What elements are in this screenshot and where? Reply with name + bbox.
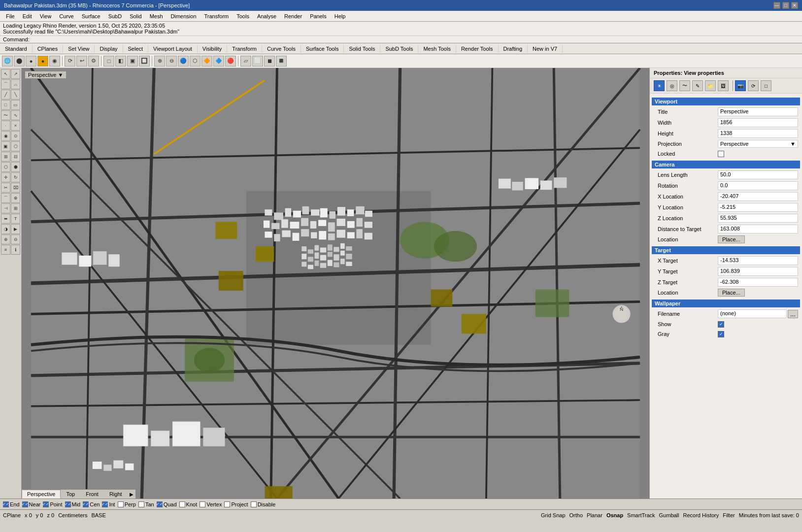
menu-render[interactable]: Render bbox=[280, 12, 306, 20]
status-gumball[interactable]: Gumball bbox=[659, 512, 679, 518]
tool-rect[interactable]: □ bbox=[1, 100, 10, 110]
tool-mesh-sub[interactable]: ⊟ bbox=[11, 152, 20, 162]
prop-icon-image[interactable]: 🖼 bbox=[718, 80, 729, 91]
status-grid-snap[interactable]: Grid Snap bbox=[541, 512, 566, 518]
tool-arc[interactable]: ⌒ bbox=[1, 79, 10, 89]
prop-icon-camera[interactable]: 📷 bbox=[735, 80, 746, 91]
toolbar-icon-12[interactable]: 🔲 bbox=[139, 56, 150, 66]
tab-render-tools[interactable]: Render Tools bbox=[456, 45, 499, 53]
snap-int-checkbox[interactable]: ✓ bbox=[102, 501, 108, 507]
menu-edit[interactable]: Edit bbox=[19, 12, 36, 20]
maximize-button[interactable]: □ bbox=[782, 2, 789, 9]
toolbar-icon-23[interactable]: 🔳 bbox=[276, 56, 287, 66]
snap-disable-checkbox[interactable] bbox=[251, 501, 257, 507]
tool-rect-sub[interactable]: ▭ bbox=[11, 100, 20, 110]
menu-transform[interactable]: Transform bbox=[200, 12, 233, 20]
tool-trim[interactable]: ✂ bbox=[1, 183, 10, 193]
toolbar-icon-21[interactable]: ⬜ bbox=[252, 56, 263, 66]
toolbar-icon-18[interactable]: 🔷 bbox=[213, 56, 224, 66]
toolbar-icon-10[interactable]: ◧ bbox=[115, 56, 126, 66]
viewport-tabs-menu[interactable]: ▶ bbox=[128, 490, 135, 499]
toolbar-icon-8[interactable]: ⚙ bbox=[88, 56, 99, 66]
tab-visibility[interactable]: Visibility bbox=[198, 45, 228, 53]
tool-shade[interactable]: ◑ bbox=[1, 224, 10, 234]
prop-value-y-target[interactable]: 106.839 bbox=[718, 267, 798, 276]
snap-quad[interactable]: ✓ Quad bbox=[157, 501, 177, 507]
snap-tan-checkbox[interactable] bbox=[138, 501, 144, 507]
tool-pt-sub[interactable]: × bbox=[11, 121, 20, 131]
tool-line[interactable]: ╱ bbox=[1, 90, 10, 100]
tool-curve[interactable]: 〜 bbox=[1, 110, 10, 120]
tab-subd-tools[interactable]: SubD Tools bbox=[380, 45, 418, 53]
snap-near[interactable]: ✓ Near bbox=[22, 501, 41, 507]
menu-surface[interactable]: Surface bbox=[78, 12, 104, 20]
tool-box[interactable]: ▣ bbox=[1, 141, 10, 151]
snap-knot-checkbox[interactable] bbox=[179, 501, 185, 507]
toolbar-icon-5[interactable]: ◉ bbox=[49, 56, 60, 66]
prop-dropdown-projection[interactable]: Perspective ▼ bbox=[718, 140, 798, 148]
menu-subd[interactable]: SubD bbox=[104, 12, 126, 20]
tool-join[interactable]: ⊕ bbox=[11, 193, 20, 203]
snap-near-checkbox[interactable]: ✓ bbox=[22, 501, 28, 507]
close-button[interactable]: ✕ bbox=[791, 2, 798, 9]
tool-fillet[interactable]: ⌒ bbox=[1, 193, 10, 203]
tab-drafting[interactable]: Drafting bbox=[499, 45, 528, 53]
toolbar-icon-15[interactable]: 🔵 bbox=[178, 56, 189, 66]
tool-sphere-sub[interactable]: ⊙ bbox=[11, 131, 20, 141]
tool-snap[interactable]: ⊕ bbox=[1, 234, 10, 244]
snap-project[interactable]: Project bbox=[224, 501, 248, 507]
snap-disable[interactable]: Disable bbox=[251, 501, 276, 507]
tab-viewport-layout[interactable]: Viewport Layout bbox=[148, 45, 198, 53]
snap-perp-checkbox[interactable] bbox=[118, 501, 124, 507]
tool-pt[interactable]: · bbox=[1, 121, 10, 131]
toolbar-icon-2[interactable]: ⬤ bbox=[14, 56, 25, 66]
tab-new-in-v7[interactable]: New in V7 bbox=[528, 45, 563, 53]
menu-view[interactable]: View bbox=[36, 12, 56, 20]
tab-display[interactable]: Display bbox=[95, 45, 123, 53]
tool-select-sub[interactable]: ↗ bbox=[11, 69, 20, 79]
toolbar-icon-4[interactable]: ● bbox=[37, 56, 48, 66]
prop-value-z-target[interactable]: -62.308 bbox=[718, 278, 798, 287]
tab-select[interactable]: Select bbox=[123, 45, 149, 53]
snap-vertex[interactable]: Vertex bbox=[200, 501, 222, 507]
prop-camera-place-button[interactable]: Place... bbox=[718, 235, 745, 243]
prop-icon-folder[interactable]: 📁 bbox=[705, 80, 716, 91]
tool-text[interactable]: T bbox=[11, 214, 20, 224]
tool-mesh[interactable]: ⊞ bbox=[1, 152, 10, 162]
status-filter[interactable]: Filter bbox=[723, 512, 735, 518]
tool-line-sub[interactable]: ╲ bbox=[11, 90, 20, 100]
menu-dimension[interactable]: Dimension bbox=[167, 12, 200, 20]
tool-render[interactable]: ▶ bbox=[11, 224, 20, 234]
tool-dims[interactable]: ⬌ bbox=[1, 214, 10, 224]
tool-extrude-sub[interactable]: ⬢ bbox=[11, 162, 20, 172]
toolbar-icon-9[interactable]: □ bbox=[103, 56, 114, 66]
status-osnap[interactable]: Osnap bbox=[606, 512, 623, 518]
snap-end-checkbox[interactable]: ✓ bbox=[3, 501, 9, 507]
minimize-button[interactable]: — bbox=[773, 2, 780, 9]
tool-array[interactable]: ⊞ bbox=[11, 203, 20, 213]
snap-cen[interactable]: ✓ Cen bbox=[83, 501, 100, 507]
menu-file[interactable]: File bbox=[2, 12, 19, 20]
vp-tab-top[interactable]: Top bbox=[61, 490, 80, 499]
snap-point[interactable]: ✓ Point bbox=[43, 501, 62, 507]
tool-properties[interactable]: ℹ bbox=[11, 245, 20, 255]
status-planar[interactable]: Planar bbox=[587, 512, 602, 518]
snap-knot[interactable]: Knot bbox=[179, 501, 198, 507]
toolbar-icon-7[interactable]: ↩ bbox=[76, 56, 87, 66]
status-smarttrack[interactable]: SmartTrack bbox=[627, 512, 655, 518]
vp-tab-right[interactable]: Right bbox=[104, 490, 128, 499]
snap-perp[interactable]: Perp bbox=[118, 501, 136, 507]
prop-value-width[interactable]: 1856 bbox=[718, 118, 798, 127]
prop-value-dist[interactable]: 163.008 bbox=[718, 225, 798, 233]
prop-value-x-loc[interactable]: -20.407 bbox=[718, 192, 798, 201]
snap-end[interactable]: ✓ End bbox=[3, 501, 20, 507]
snap-mid-checkbox[interactable]: ✓ bbox=[65, 501, 71, 507]
tool-curve-sub[interactable]: ∿ bbox=[11, 110, 20, 120]
tool-sphere[interactable]: ◉ bbox=[1, 131, 10, 141]
tab-solid-tools[interactable]: Solid Tools bbox=[344, 45, 380, 53]
tool-box-sub[interactable]: ⬡ bbox=[11, 141, 20, 151]
toolbar-icon-17[interactable]: 🔶 bbox=[201, 56, 212, 66]
snap-tan[interactable]: Tan bbox=[138, 501, 154, 507]
tool-layer[interactable]: ≡ bbox=[1, 245, 10, 255]
menu-mesh[interactable]: Mesh bbox=[146, 12, 167, 20]
